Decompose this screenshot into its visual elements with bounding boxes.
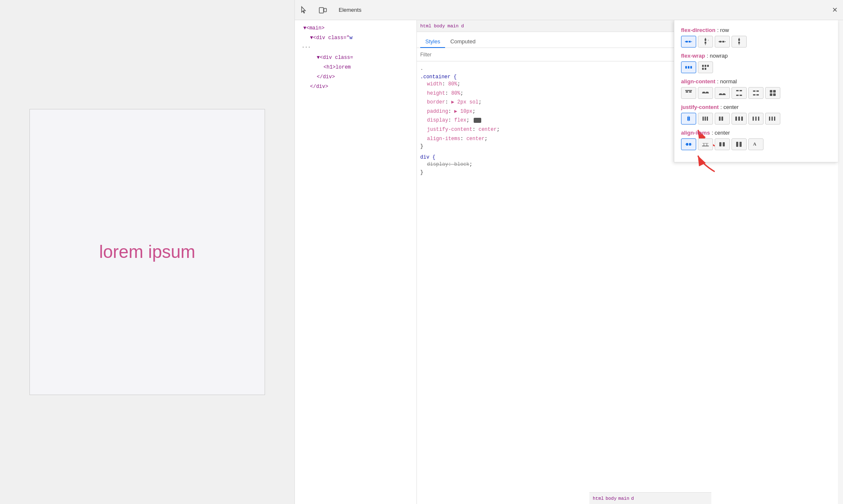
align-content-stretch-btn[interactable] xyxy=(765,87,780,99)
align-items-end-btn[interactable] xyxy=(715,138,730,150)
svg-rect-35 xyxy=(740,95,742,96)
align-items-text-btn[interactable]: A xyxy=(748,138,763,150)
svg-rect-58 xyxy=(769,117,770,121)
svg-rect-71 xyxy=(740,142,742,147)
flex-editor-panel: flex-direction: row ↓ xyxy=(674,20,838,162)
flex-direction-label: flex-direction: row xyxy=(681,27,831,33)
align-content-between-btn[interactable] xyxy=(732,87,747,99)
bc-main[interactable]: main xyxy=(448,24,459,29)
align-content-around-btn[interactable] xyxy=(748,87,763,99)
svg-rect-38 xyxy=(753,94,756,95)
svg-rect-1 xyxy=(324,8,326,12)
html-tree: ▼<main> ▼<div class="w ··· ▼<div class= … xyxy=(295,20,417,504)
svg-text:A: A xyxy=(753,141,756,146)
svg-rect-16 xyxy=(688,66,689,69)
svg-text:↓: ↓ xyxy=(708,38,709,41)
svg-rect-18 xyxy=(702,65,704,67)
tree-line-div1[interactable]: ▼<div class="w xyxy=(295,33,416,43)
justify-content-end-btn[interactable] xyxy=(698,113,713,125)
flex-dir-row-btn[interactable] xyxy=(681,36,696,48)
align-content-end-btn[interactable] xyxy=(715,87,730,99)
align-content-label: align-content: normal xyxy=(681,78,831,85)
svg-rect-15 xyxy=(685,66,687,69)
close-button[interactable]: ✕ xyxy=(830,5,840,15)
container-box: lorem ipsum xyxy=(29,109,265,395)
align-items-buttons: TT A xyxy=(681,138,831,150)
svg-rect-44 xyxy=(687,117,689,121)
svg-rect-60 xyxy=(774,117,775,121)
tree-line-div-close[interactable]: </div> xyxy=(295,72,416,82)
flex-editor-toggle[interactable] xyxy=(474,118,481,123)
svg-rect-47 xyxy=(702,117,704,121)
align-content-start-btn[interactable] xyxy=(681,87,696,99)
flex-wrap-buttons xyxy=(681,61,831,73)
align-content-buttons xyxy=(681,87,831,99)
svg-rect-68 xyxy=(719,142,721,146)
bc-d[interactable]: d xyxy=(461,24,464,29)
svg-rect-31 xyxy=(723,93,725,95)
svg-rect-30 xyxy=(719,93,722,95)
align-content-center-btn[interactable] xyxy=(698,87,713,99)
align-content-row: align-content: normal xyxy=(681,78,831,99)
svg-rect-59 xyxy=(771,117,773,121)
tab-styles[interactable]: Styles xyxy=(420,36,445,48)
svg-rect-20 xyxy=(707,65,709,67)
align-items-baseline-btn[interactable]: TT xyxy=(698,138,713,150)
svg-rect-27 xyxy=(702,92,705,93)
scrollbar[interactable] xyxy=(838,20,843,504)
svg-rect-55 xyxy=(753,117,754,121)
svg-rect-49 xyxy=(707,117,708,121)
svg-rect-53 xyxy=(738,117,740,121)
tab-computed[interactable]: Computed xyxy=(445,36,480,48)
elements-tab[interactable]: Elements xyxy=(335,5,365,15)
devtools-main: ▼<main> ▼<div class="w ··· ▼<div class= … xyxy=(295,20,843,504)
svg-rect-37 xyxy=(756,90,759,92)
svg-rect-50 xyxy=(719,117,721,121)
svg-rect-24 xyxy=(686,91,688,93)
tree-line-div2[interactable]: ▼<div class= xyxy=(295,53,416,63)
align-items-center-btn[interactable] xyxy=(681,138,696,150)
justify-content-between-btn[interactable] xyxy=(732,113,747,125)
svg-rect-22 xyxy=(705,68,706,70)
tree-line-h1[interactable]: <h1>lorem xyxy=(295,63,416,72)
svg-rect-25 xyxy=(689,91,692,93)
svg-rect-43 xyxy=(773,93,776,96)
svg-rect-51 xyxy=(721,117,723,121)
flex-dir-col-rev-btn[interactable]: ↓ xyxy=(698,36,713,48)
flex-wrap-label: flex-wrap: nowrap xyxy=(681,53,831,59)
svg-rect-45 xyxy=(689,117,690,121)
css-close-brace-div: } xyxy=(420,170,835,175)
svg-rect-54 xyxy=(741,117,743,121)
svg-rect-56 xyxy=(756,117,757,121)
svg-rect-19 xyxy=(705,65,706,67)
cursor-icon[interactable] xyxy=(298,4,310,16)
svg-rect-21 xyxy=(702,68,704,70)
devtools-panel: Elements ✕ ▼<main> ▼<div class="w ··· ▼<… xyxy=(294,0,843,504)
flex-direction-buttons: ↓ xyxy=(681,36,831,48)
tree-line-div-close2[interactable]: </div> xyxy=(295,82,416,92)
flex-dir-row-rev-btn[interactable] xyxy=(715,36,730,48)
svg-rect-34 xyxy=(736,95,739,96)
bc-html[interactable]: html xyxy=(420,24,431,29)
justify-content-start-btn[interactable] xyxy=(715,113,730,125)
bc-body[interactable]: body xyxy=(434,24,445,29)
flex-wrap-wrap-btn[interactable] xyxy=(698,61,713,73)
svg-rect-42 xyxy=(770,93,772,96)
device-toggle-icon[interactable] xyxy=(317,4,329,16)
tree-dots: ··· xyxy=(295,43,416,53)
justify-content-buttons xyxy=(681,113,831,125)
align-items-label: align-items: center xyxy=(681,130,831,136)
justify-content-around-btn[interactable] xyxy=(748,113,763,125)
justify-content-evenly-btn[interactable] xyxy=(765,113,780,125)
svg-rect-33 xyxy=(740,90,742,91)
flex-direction-row: flex-direction: row ↓ xyxy=(681,27,831,48)
svg-rect-28 xyxy=(706,92,708,93)
align-items-stretch-btn[interactable] xyxy=(732,138,747,150)
justify-content-center-btn[interactable] xyxy=(681,113,696,125)
svg-rect-17 xyxy=(690,66,692,69)
flex-wrap-nowrap-btn[interactable] xyxy=(681,61,696,73)
tree-line-main[interactable]: ▼<main> xyxy=(295,24,416,33)
svg-rect-32 xyxy=(736,90,739,91)
justify-content-row: justify-content: center xyxy=(681,104,831,125)
flex-dir-col-btn[interactable] xyxy=(732,36,747,48)
